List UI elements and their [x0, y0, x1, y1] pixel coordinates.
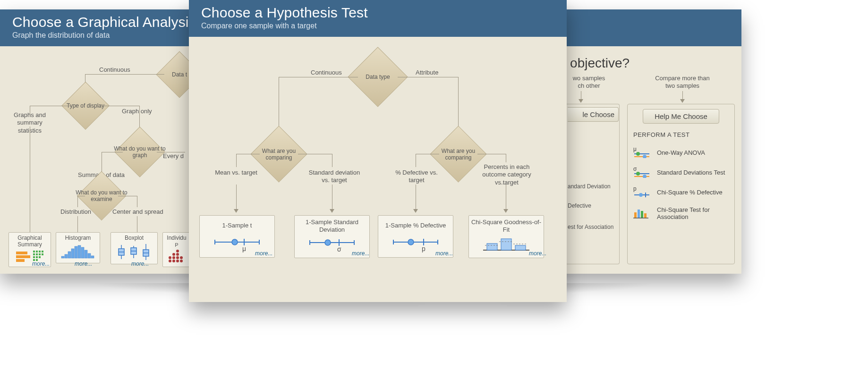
svg-point-50 — [643, 155, 647, 158]
boxplot-icon — [112, 244, 156, 261]
svg-point-36 — [169, 256, 171, 259]
panel-title-center: Choose a Hypothesis Test — [201, 5, 554, 21]
svg-point-35 — [169, 260, 171, 262]
p-slider-icon: p — [633, 186, 650, 198]
svg-point-42 — [176, 253, 179, 256]
svg-rect-12 — [36, 256, 38, 258]
svg-rect-0 — [16, 252, 27, 254]
bar-chart-icon — [633, 208, 650, 219]
perform-a-test-heading: PERFORM A TEST — [633, 131, 729, 138]
svg-rect-20 — [75, 246, 77, 258]
test-chi-sq-association[interactable]: Chi-Square Test for Association — [633, 206, 729, 220]
test-std-dev[interactable]: σ Standard Deviations Test — [633, 167, 729, 178]
svg-text:σ: σ — [337, 245, 341, 253]
svg-rect-8 — [36, 253, 38, 255]
svg-text:p: p — [422, 245, 425, 252]
svg-rect-11 — [33, 256, 35, 258]
svg-rect-60 — [634, 212, 637, 218]
more-link[interactable]: more... — [435, 250, 453, 257]
label-distribution: Distribution — [60, 208, 91, 216]
test-one-way-anova[interactable]: μ One-Way ANOVA — [633, 147, 729, 158]
svg-rect-13 — [39, 256, 41, 258]
svg-point-44 — [180, 260, 183, 262]
svg-point-55 — [643, 175, 647, 178]
svg-rect-86 — [515, 245, 526, 250]
svg-text:σ: σ — [633, 167, 637, 172]
label-graph-only: Graph only — [122, 108, 152, 115]
svg-rect-25 — [91, 256, 94, 258]
more-link[interactable]: more... — [352, 250, 369, 257]
svg-point-40 — [176, 260, 179, 262]
svg-rect-84 — [487, 244, 497, 250]
test-chi-sq-defective[interactable]: p Chi-Square % Defective — [633, 186, 729, 198]
svg-point-48 — [636, 152, 640, 156]
label-stddev-vs-target: Standard deviation vs. target — [306, 169, 363, 185]
more-link[interactable]: more... — [131, 260, 149, 267]
heading-objective-fragment: r objective? — [562, 55, 630, 71]
dotplot-icon — [164, 250, 189, 264]
label-more-than-two: Compare more than two samples — [652, 75, 713, 90]
panel-subtitle-center: Compare one sample with a target — [201, 22, 554, 30]
panel-hypothesis-test: Choose a Hypothesis Test Compare one sam… — [189, 0, 567, 302]
svg-text:μ: μ — [242, 245, 246, 252]
svg-rect-10 — [42, 253, 43, 255]
label-every-d: Every d — [163, 152, 184, 160]
help-me-choose-button-fragment[interactable]: le Choose — [568, 107, 619, 122]
svg-point-38 — [172, 256, 175, 259]
help-me-choose-panel: Help Me Choose PERFORM A TEST μ One-Way … — [627, 104, 735, 264]
svg-point-39 — [172, 253, 175, 256]
svg-rect-61 — [638, 210, 640, 218]
svg-rect-21 — [78, 245, 81, 258]
svg-point-37 — [172, 260, 175, 262]
branch-attribute: Attribute — [416, 69, 438, 76]
svg-rect-5 — [39, 251, 41, 252]
svg-rect-1 — [16, 255, 30, 258]
svg-text:p: p — [633, 186, 637, 192]
more-link[interactable]: more... — [32, 260, 50, 267]
label-percents-vs-target: Percents in each outcome category vs.tar… — [476, 163, 537, 186]
svg-rect-85 — [501, 239, 511, 250]
svg-rect-22 — [81, 247, 84, 258]
svg-point-69 — [232, 239, 238, 245]
svg-point-45 — [180, 256, 183, 259]
sigma-slider-icon: σ — [633, 167, 650, 178]
svg-rect-63 — [644, 213, 647, 218]
svg-point-43 — [176, 250, 179, 252]
branch-continuous: Continuous — [311, 69, 342, 76]
svg-text:μ: μ — [633, 147, 637, 152]
branch-continuous-left: Continuous — [99, 66, 130, 74]
histogram-icon — [57, 244, 99, 260]
label-two-samples-fragment: wo samples ch other — [565, 75, 613, 90]
svg-rect-9 — [39, 253, 41, 255]
help-me-choose-button[interactable]: Help Me Choose — [643, 109, 719, 124]
svg-rect-16 — [61, 256, 64, 258]
tile-individual-values[interactable]: Individu P — [162, 232, 191, 267]
more-link[interactable]: more... — [75, 260, 92, 267]
tile-histogram[interactable]: Histogram — [56, 232, 100, 263]
tile-boxplot[interactable]: Boxplot — [111, 232, 158, 264]
more-link[interactable]: more... — [255, 250, 272, 257]
svg-point-75 — [325, 240, 331, 245]
svg-rect-7 — [33, 253, 35, 255]
svg-point-58 — [639, 193, 643, 197]
svg-rect-24 — [88, 253, 91, 258]
panel-header-center: Choose a Hypothesis Test Compare one sam… — [189, 0, 567, 37]
label-pct-defective-vs-target: % Defective vs. target — [393, 169, 440, 185]
svg-rect-23 — [85, 250, 87, 258]
mu-slider-icon: μ — [633, 147, 650, 158]
more-link[interactable]: more... — [529, 250, 546, 257]
svg-rect-18 — [68, 252, 71, 258]
svg-rect-4 — [36, 251, 38, 252]
label-mean-vs-target: Mean vs. target — [215, 169, 257, 176]
svg-point-53 — [636, 172, 640, 176]
svg-point-81 — [408, 239, 414, 245]
svg-rect-3 — [33, 251, 35, 252]
svg-rect-17 — [65, 254, 68, 258]
svg-point-41 — [176, 256, 179, 259]
svg-rect-62 — [641, 211, 643, 218]
svg-rect-6 — [42, 251, 43, 252]
label-center-spread: Center and spread — [112, 208, 163, 216]
svg-rect-2 — [16, 259, 25, 262]
svg-rect-19 — [71, 249, 74, 258]
